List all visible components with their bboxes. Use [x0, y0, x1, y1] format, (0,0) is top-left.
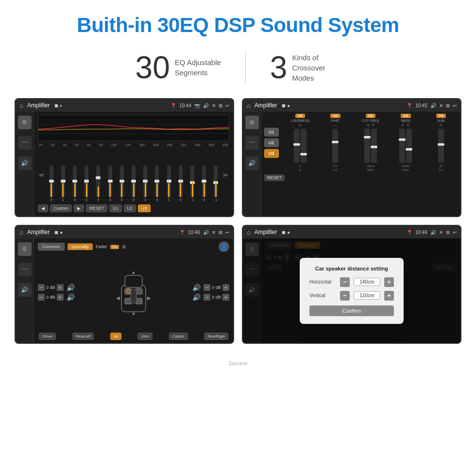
home-icon[interactable]: ⌂: [19, 102, 23, 109]
crossover-u3-btn[interactable]: U3: [264, 149, 279, 158]
sidebar-eq-btn-3[interactable]: ⚙: [18, 242, 32, 256]
db-minus-rr[interactable]: −: [204, 294, 210, 301]
home-icon-4[interactable]: ⌂: [247, 229, 251, 236]
fader-on-badge[interactable]: ON: [110, 245, 119, 249]
stat-crossover: 3 Kinds ofCrossover Modes: [246, 52, 365, 83]
dialog-horizontal-minus[interactable]: −: [340, 277, 350, 287]
sidebar-eq-btn-2[interactable]: ⚙: [245, 116, 259, 129]
sidebar-vol-btn-2[interactable]: 🔊: [245, 156, 259, 170]
sidebar-wave-btn-3[interactable]: 〰: [18, 263, 32, 276]
crossover-u2-btn[interactable]: U2: [264, 138, 279, 147]
eq-slider-8[interactable]: 0: [140, 166, 151, 202]
eq-slider-1[interactable]: 0: [58, 166, 68, 202]
cutfreq-on-badge[interactable]: ON: [366, 114, 376, 118]
common-tab[interactable]: Common: [38, 243, 65, 251]
sub-on-badge[interactable]: ON: [436, 114, 446, 118]
db-minus-rl[interactable]: −: [38, 294, 45, 301]
eq-u1-btn[interactable]: U1: [109, 204, 122, 212]
eq-slider-10[interactable]: 0: [164, 166, 174, 202]
phat-on-badge[interactable]: ON: [330, 114, 340, 118]
sidebar-wave-btn-2[interactable]: 〰: [245, 136, 259, 150]
eq-slider-14[interactable]: -1: [211, 166, 221, 202]
eq-slider-4[interactable]: 5: [93, 166, 103, 202]
speaker-content: Common Specialty Fader ON ≡ 👤 − 0 dB +: [34, 238, 233, 343]
eq-slider-12[interactable]: -1: [187, 166, 197, 202]
loudness-on-badge[interactable]: ON: [295, 114, 306, 118]
sidebar-eq-btn[interactable]: ⚙: [18, 116, 32, 129]
eq-u2-btn[interactable]: U2: [124, 204, 136, 212]
close-icon-2[interactable]: ✕: [439, 103, 443, 108]
cutfreq-slider-g[interactable]: [364, 129, 370, 163]
back-icon-4[interactable]: ↩: [453, 230, 457, 235]
screen-crossover-header-left: ⌂ Amplifier ⏹ ●: [247, 102, 290, 109]
db-minus-fl[interactable]: −: [38, 284, 45, 291]
db-plus-rr[interactable]: +: [222, 294, 229, 301]
crossover-u1-btn[interactable]: U1: [264, 128, 279, 136]
rearright-btn[interactable]: RearRight: [204, 333, 228, 340]
eq-slider-5[interactable]: 0: [105, 166, 115, 202]
eq-reset-btn[interactable]: RESET: [86, 204, 107, 212]
db-plus-rl[interactable]: +: [57, 294, 64, 301]
dialog-vertical-minus[interactable]: −: [340, 291, 350, 301]
eq-u3-btn[interactable]: U3: [138, 204, 151, 212]
sidebar-vol-btn-3[interactable]: 🔊: [18, 283, 32, 297]
home-icon-3[interactable]: ⌂: [19, 229, 23, 236]
eq-freq-labels: 2532405063 80100125160200 25032040050063…: [38, 143, 229, 147]
dialog-vertical-plus[interactable]: +: [384, 291, 394, 301]
screen-eq: ⌂ Amplifier ⏹ ▶ 📍 10:44 📷 🔊 ✕ ⊞ ↩ ⚙ 〰 🔊: [15, 98, 234, 217]
eq-controls: ◀ Custom ▶ RESET U1 U2 U3: [38, 203, 229, 213]
specialty-tab[interactable]: Specialty: [68, 243, 93, 250]
screen-distance-header: ⌂ Amplifier ⏹ ● 📍 10:46 🔊 ✕ ⊞ ↩: [243, 226, 460, 238]
screen-speaker-body: ⚙ 〰 🔊 Common Specialty Fader ON ≡ 👤: [16, 238, 233, 343]
stat-crossover-label: Kinds ofCrossover Modes: [292, 52, 340, 83]
loudness-slider[interactable]: [294, 129, 300, 163]
eq-slider-0[interactable]: 0: [46, 166, 56, 202]
eq-slider-9[interactable]: 0: [152, 166, 162, 202]
eq-slider-3[interactable]: 0: [82, 166, 92, 202]
close-icon[interactable]: ✕: [212, 103, 216, 108]
eq-next-btn[interactable]: ▶: [74, 204, 84, 212]
eq-slider-6[interactable]: 0: [117, 166, 127, 202]
bass-slider-g[interactable]: [406, 129, 412, 163]
eq-slider-2[interactable]: 0: [69, 166, 80, 202]
person-icon: 👤: [219, 241, 229, 252]
eq-screen-content: 2532405063 80100125160200 25032040050063…: [34, 112, 233, 216]
back-icon[interactable]: ↩: [225, 103, 229, 108]
crossover-reset-btn[interactable]: RESET: [264, 174, 285, 181]
page-title: Buith-in 30EQ DSP Sound System: [0, 0, 476, 46]
sub-slider[interactable]: [438, 129, 444, 163]
dialog-horizontal-plus[interactable]: +: [384, 277, 394, 287]
loudness-slider-2[interactable]: [301, 129, 306, 163]
cutfreq-slider-f[interactable]: [371, 129, 377, 163]
driver-btn[interactable]: Driver: [39, 333, 56, 340]
crossover-time: 10:45: [415, 103, 427, 108]
copilot-btn[interactable]: Copilot: [169, 333, 188, 340]
sidebar-vol-btn[interactable]: 🔊: [18, 156, 32, 170]
close-icon-3[interactable]: ✕: [212, 230, 216, 235]
eq-prev-btn[interactable]: ◀: [38, 204, 48, 212]
phat-slider[interactable]: [332, 129, 338, 163]
db-minus-fr[interactable]: −: [204, 284, 210, 291]
user-btn[interactable]: User: [137, 333, 153, 340]
speaker-icon-fl: 🔊: [67, 284, 75, 291]
band-phat: ON PHAT — 3.0 0.5: [319, 114, 352, 171]
loudness-name: LOUDNESS: [291, 119, 310, 122]
all-btn[interactable]: All: [110, 333, 121, 340]
close-icon-4[interactable]: ✕: [439, 230, 443, 235]
back-icon-3[interactable]: ↩: [225, 230, 229, 235]
back-icon-2[interactable]: ↩: [453, 103, 457, 108]
bass-on-badge[interactable]: ON: [401, 114, 411, 118]
sidebar-wave-btn[interactable]: 〰: [18, 136, 32, 150]
home-icon-2[interactable]: ⌂: [247, 102, 251, 109]
confirm-button[interactable]: Confirm: [309, 305, 394, 316]
eq-slider-13[interactable]: 0: [199, 166, 209, 202]
db-plus-fr[interactable]: +: [222, 284, 229, 291]
rearleft-btn[interactable]: RearLeft: [72, 333, 94, 340]
bass-slider-f[interactable]: [399, 129, 405, 163]
eq-slider-11[interactable]: 0: [175, 166, 186, 202]
volume-icon-4: 🔊: [430, 230, 436, 235]
eq-slider-7[interactable]: 0: [128, 166, 138, 202]
db-plus-fl[interactable]: +: [57, 284, 64, 291]
crossover-presets: U1 U2 U3 ON LOUDNESS G: [264, 114, 458, 171]
volume-icon: 🔊: [203, 103, 209, 108]
